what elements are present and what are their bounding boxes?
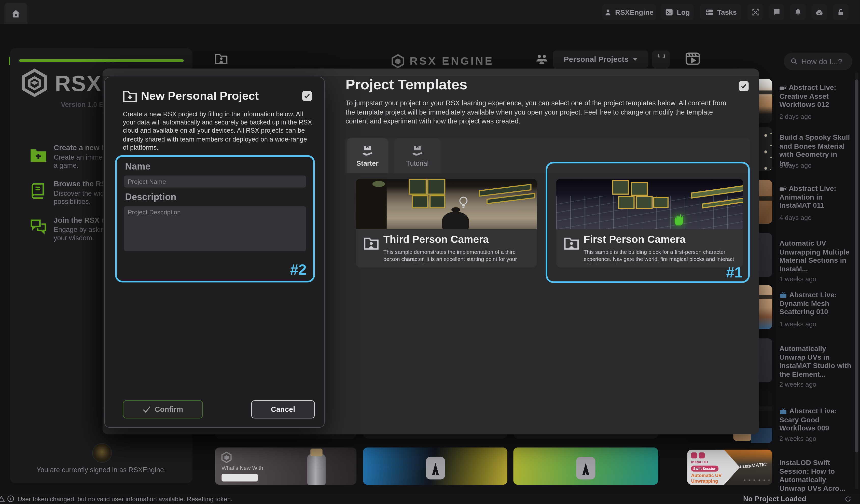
lock-button[interactable] (833, 4, 848, 20)
app-window: RSX ENGINE How do I...? RSXEngine Log Ta… (0, 0, 860, 504)
tasks-button[interactable]: Tasks (700, 4, 742, 20)
templates-description: To jumpstart your project or your RSX le… (345, 99, 736, 126)
instamat-gradient-card[interactable] (513, 447, 658, 485)
video-item-date: 2 days ago (779, 113, 812, 121)
video-item-title[interactable]: Automatically Unwrap UVs in InstaMAT Stu… (779, 344, 854, 378)
third-person-preview-image (356, 179, 537, 229)
user-icon (605, 8, 612, 16)
check-icon (143, 406, 151, 413)
projects-scope-dropdown[interactable]: Personal Projects (553, 51, 648, 68)
annotation-box-2: Name Description #2 (115, 155, 315, 283)
annotation-box-1: #1 (546, 162, 750, 283)
video-panel-toggle-button[interactable] (685, 51, 701, 67)
templates-enabled-checkbox[interactable] (739, 81, 749, 91)
search-icon (790, 58, 798, 65)
create-project-icon (29, 145, 48, 165)
video-item-date: 1 weeks ago (779, 320, 816, 328)
user-name-label: RSXEngine (615, 8, 654, 16)
community-icon (29, 217, 48, 236)
sync-status-icon (845, 495, 851, 502)
tab-starter[interactable]: Starter (347, 138, 388, 173)
refresh-button[interactable] (652, 51, 670, 68)
confirm-label: Confirm (155, 405, 183, 413)
tab-home[interactable] (4, 3, 27, 24)
modal-enabled-checkbox[interactable] (302, 91, 312, 101)
annotation-label-2: #2 (290, 262, 307, 279)
video-thumbnail-instalod[interactable]: InstaLOD Swift Session Automatic UV Unwr… (687, 450, 772, 485)
starter-package-icon (360, 144, 374, 158)
third-person-character (439, 207, 472, 229)
bell-icon (794, 8, 802, 16)
log-button[interactable]: Log (661, 4, 694, 20)
confirm-button[interactable]: Confirm (123, 400, 203, 418)
cloud-sync-button[interactable] (812, 4, 827, 20)
name-field-label: Name (125, 161, 150, 172)
tab-tutorial[interactable]: Tutorial (394, 138, 441, 173)
team-icon (536, 54, 548, 64)
log-label: Log (677, 8, 690, 16)
home-icon (11, 9, 21, 18)
personal-projects-folder-icon[interactable] (214, 52, 229, 67)
cancel-button[interactable]: Cancel (251, 400, 315, 418)
bottle-cap (310, 448, 322, 456)
video-item-date: 3 days ago (779, 162, 812, 170)
instalod-logo-icon (691, 452, 697, 458)
expand-arrows-icon (751, 8, 759, 16)
tasks-label: Tasks (717, 8, 737, 16)
instamat-logo-icon (575, 456, 596, 481)
lock-open-icon (837, 8, 844, 16)
tasks-icon (704, 8, 714, 16)
whats-new-card[interactable]: What's New With (215, 447, 356, 485)
instamat-hex-icon (220, 451, 232, 463)
scene-ball (372, 181, 385, 187)
tv-icon (779, 292, 787, 298)
chevron-down-icon (633, 58, 637, 61)
search-placeholder: How do I...? (801, 57, 842, 66)
bottle-image (307, 454, 326, 485)
check-icon (304, 93, 310, 99)
notifications-button[interactable] (790, 4, 805, 20)
project-name-input[interactable] (124, 175, 306, 187)
check-icon (740, 83, 747, 89)
rsx-hexagon-icon (390, 54, 405, 69)
whats-new-pill (221, 474, 258, 481)
instamat-gradient-card[interactable] (363, 447, 507, 485)
sidebar-scrollbar-thumb[interactable] (855, 80, 859, 452)
video-camera-icon (779, 85, 786, 91)
chat-button[interactable] (769, 4, 784, 20)
swift-session-badge: Swift Session (691, 465, 718, 472)
lightbulb-gizmo-icon (457, 196, 469, 210)
card-title: Third Person Camera (383, 234, 489, 246)
instamat-logo-icon (425, 456, 446, 481)
video-item-title[interactable]: InstaLOD Swift Session: How to Automatic… (779, 458, 854, 492)
terminal-icon (665, 8, 673, 16)
instalod-brand-label: InstaLOD (691, 460, 708, 464)
help-search-input[interactable]: How do I...? (784, 53, 852, 70)
templates-title: Project Templates (345, 76, 467, 93)
user-account-button[interactable]: RSXEngine (602, 4, 656, 20)
annotation-label-1: #1 (726, 264, 743, 281)
warning-icon (0, 495, 5, 502)
new-project-modal: New Personal Project Create a new RSX pr… (104, 77, 325, 428)
video-item-title[interactable]: Automatic UV Unwrapping Multiple Materia… (779, 239, 854, 273)
template-card-third-person[interactable]: Third Person Camera This sample demonstr… (356, 179, 537, 268)
card-description: This sample demonstrates the implementat… (383, 249, 532, 264)
card-caption: Third Person Camera This sample demonstr… (356, 229, 537, 268)
signed-in-label: You are currently signed in as RSXEngine… (10, 466, 192, 474)
video-item-title[interactable]: Abstract Live: Dynamic Mesh Scattering 0… (779, 291, 854, 316)
video-item-title[interactable]: Abstract Live: Creative Asset Workflows … (779, 83, 854, 109)
expand-button[interactable] (747, 4, 763, 20)
video-item-date: 2 weeks ago (779, 380, 816, 388)
project-description-input[interactable] (124, 206, 306, 251)
tv-icon (779, 408, 787, 415)
projects-scope-label: Personal Projects (564, 55, 629, 63)
video-item-title[interactable]: Abstract Live: Animation in InstaMAT 011 (779, 184, 854, 210)
instalod-caption: Automatic UV Unwrapping (691, 473, 725, 484)
cancel-label: Cancel (271, 405, 295, 413)
brand-wordmark: RSX ENGINE (410, 55, 494, 68)
toolbar: RSX ENGINE How do I...? (0, 24, 860, 49)
video-item-title[interactable]: Abstract Live: Scary Good Workflows 009 (779, 407, 854, 432)
tutorial-tab-label: Tutorial (406, 160, 429, 167)
brand-logo: RSX ENGINE (390, 54, 494, 69)
browse-docs-icon (29, 181, 47, 201)
